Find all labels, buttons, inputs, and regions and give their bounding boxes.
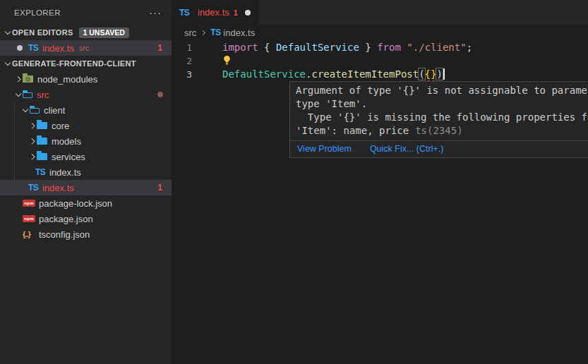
workspace-name: GENERATE-FRONTEND-CLIENT — [12, 59, 136, 68]
chevron-right-icon — [27, 152, 37, 162]
token-keyword: import — [222, 42, 264, 53]
token-error-braces: {} — [425, 68, 437, 80]
tree-item-package-lock-json[interactable]: npm package-lock.json — [0, 195, 172, 211]
hover-actions: View Problem Quick Fix... (Ctrl+.) — [290, 140, 588, 157]
tree-item-package-json[interactable]: npm package.json — [0, 211, 172, 226]
folder-open-icon — [30, 108, 40, 114]
tab-error-badge: 1 — [234, 8, 238, 17]
typescript-file-icon: TS — [28, 183, 42, 193]
tab-indexts[interactable]: TS index.ts 1 — [172, 0, 258, 25]
folder-icon — [37, 153, 47, 160]
tab-label: index.ts — [198, 7, 229, 18]
token-punctuation: { — [264, 42, 276, 53]
tree-item-label: package-lock.json — [39, 198, 112, 209]
folder-icon — [37, 122, 47, 129]
workspace-section-header[interactable]: GENERATE-FRONTEND-CLIENT — [0, 56, 172, 71]
token-string: "./client" — [407, 42, 466, 53]
code-line-3[interactable]: 3 DefaultService.createItemItemPost({}) — [172, 68, 588, 81]
tree-item-label: index.ts — [42, 183, 74, 193]
tree-item-services[interactable]: services — [0, 149, 172, 164]
tree-item-client[interactable]: client — [0, 102, 172, 118]
tab-bar: TS index.ts 1 — [172, 0, 588, 25]
error-message: Argument of type '{}' is not assignable … — [290, 82, 588, 140]
open-editor-file-detail: src — [79, 44, 90, 52]
code-line-1[interactable]: 1 import { DefaultService } from "./clie… — [172, 41, 588, 54]
tree-item-label: package.json — [39, 214, 93, 224]
tree-item-node-modules[interactable]: node_modules — [0, 71, 172, 87]
token-punctuation: ; — [467, 42, 472, 53]
indent-guide — [14, 102, 15, 195]
error-count-badge: 1 — [157, 183, 162, 193]
typescript-file-icon: TS — [28, 43, 42, 53]
npm-file-icon: npm — [23, 215, 35, 222]
tree-item-label: client — [44, 105, 65, 116]
quick-fix-link[interactable]: Quick Fix... (Ctrl+.) — [370, 144, 444, 154]
chevron-right-icon — [198, 28, 207, 37]
typescript-file-icon: TS — [179, 8, 193, 18]
line-number: 1 — [172, 41, 192, 54]
token-class: DefaultService — [222, 68, 306, 80]
error-message-line: Type '{}' is missing the following prope… — [296, 111, 588, 124]
tree-item-tsconfig-json[interactable]: {..} tsconfig.json — [0, 226, 172, 242]
lightbulb-icon[interactable] — [222, 55, 232, 69]
tree-item-models[interactable]: models — [0, 133, 172, 149]
tree-item-core[interactable]: core — [0, 118, 172, 133]
view-problem-link[interactable]: View Problem — [297, 144, 352, 154]
error-message-text: 'Item': name, price — [296, 125, 409, 136]
code-editor: 1 import { DefaultService } from "./clie… — [172, 41, 588, 81]
typescript-file-icon: TS — [210, 28, 223, 37]
token-bracket-match: ( — [419, 68, 424, 80]
tree-item-client-indexts[interactable]: TS index.ts — [0, 164, 172, 180]
modified-dot-icon — [157, 92, 163, 97]
line-number: 2 — [172, 54, 192, 68]
token-keyword: from — [377, 42, 407, 53]
open-editor-file-name: index.ts — [42, 43, 74, 54]
chevron-right-icon — [27, 136, 37, 146]
more-actions-icon[interactable]: ··· — [149, 9, 162, 16]
tree-item-label: services — [52, 152, 85, 162]
token-punctuation: } — [359, 42, 377, 53]
explorer-title: EXPLORER — [14, 8, 149, 17]
error-hover-tooltip: Argument of type '{}' is not assignable … — [289, 81, 588, 158]
chevron-down-icon — [2, 28, 12, 37]
explorer-sidebar: EXPLORER ··· OPEN EDITORS 1 UNSAVED TS i… — [0, 0, 172, 364]
dirty-dot-icon — [17, 45, 23, 51]
tree-item-label: index.ts — [49, 167, 81, 178]
explorer-header: EXPLORER ··· — [0, 0, 172, 25]
breadcrumb: src TS index.ts — [172, 25, 588, 40]
token-bracket-match: ) — [436, 68, 442, 80]
folder-open-icon — [23, 92, 32, 98]
tree-item-label: src — [37, 90, 49, 100]
error-message-line: Argument of type '{}' is not assignable … — [296, 84, 588, 97]
token-import-binding: DefaultService — [276, 42, 359, 53]
json-braces-icon: {..} — [23, 230, 39, 238]
text-cursor — [443, 68, 445, 80]
error-message-line: type 'Item'. — [296, 97, 588, 111]
tree-item-label: core — [52, 121, 69, 131]
chevron-down-icon — [2, 59, 12, 68]
error-code: ts(2345) — [415, 125, 462, 136]
unsaved-badge: 1 UNSAVED — [79, 28, 129, 38]
tree-item-src-indexts[interactable]: TS index.ts 1 — [0, 180, 172, 195]
tree-item-src[interactable]: src — [0, 87, 172, 102]
tree-item-label: node_modules — [37, 74, 97, 85]
dirty-dot-icon[interactable] — [245, 10, 251, 16]
open-editor-item-indexts[interactable]: TS index.ts src 1 — [0, 40, 172, 56]
breadcrumb-file[interactable]: index.ts — [223, 28, 255, 38]
file-tree: node_modules src client core — [0, 71, 172, 242]
error-message-line: 'Item': name, pricets(2345) — [296, 124, 588, 138]
breadcrumb-folder[interactable]: src — [184, 28, 196, 38]
typescript-file-icon: TS — [35, 167, 49, 177]
token-method: createItemItemPost — [311, 68, 419, 80]
vscode-window: EXPLORER ··· OPEN EDITORS 1 UNSAVED TS i… — [0, 0, 588, 364]
tree-item-label: tsconfig.json — [39, 229, 90, 240]
npm-file-icon: npm — [23, 200, 35, 207]
open-editors-label: OPEN EDITORS — [12, 28, 73, 37]
code-line-2[interactable]: 2 — [172, 54, 588, 68]
chevron-down-icon — [13, 90, 23, 99]
chevron-right-icon — [13, 74, 23, 84]
open-editors-header[interactable]: OPEN EDITORS 1 UNSAVED — [0, 25, 172, 40]
chevron-right-icon — [27, 121, 37, 131]
editor-area: TS index.ts 1 src TS index.ts 1 import {… — [172, 0, 588, 364]
chevron-down-icon — [20, 105, 30, 115]
